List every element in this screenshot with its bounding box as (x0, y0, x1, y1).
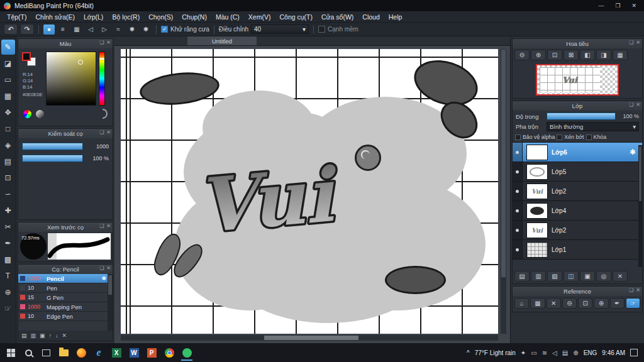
excel-button[interactable]: X (108, 344, 125, 361)
flip-horizontal-icon[interactable]: ◧ (580, 50, 595, 60)
brush-settings-gear-icon[interactable]: ✱ (101, 275, 106, 282)
action-center-icon[interactable] (630, 349, 638, 356)
brush-up-icon[interactable]: ↑ (49, 332, 52, 339)
clock[interactable]: 9:46 AM (602, 349, 625, 356)
flip-vertical-icon[interactable]: ◨ (596, 50, 611, 60)
hand-tool-icon[interactable]: ☞ (1, 301, 15, 316)
lasso-tool-icon[interactable]: ∽ (1, 187, 15, 202)
popout-icon[interactable]: ❏ (99, 129, 104, 135)
ref-checker-icon[interactable]: ▦ (530, 298, 545, 309)
foreground-color-swatch[interactable] (22, 52, 31, 61)
menu-edit[interactable]: Chỉnh sửa(E) (31, 13, 79, 21)
document-tab[interactable]: Untitled (187, 36, 257, 45)
new-layer-icon[interactable]: ▤ (514, 271, 530, 282)
layer-row[interactable]: Vui Lớp2 (513, 221, 642, 240)
hue-slider[interactable] (99, 52, 105, 106)
layer-visibility-toggle[interactable] (513, 221, 523, 239)
popout-icon[interactable]: ❏ (629, 102, 633, 107)
layer-row[interactable]: Lớp4 (513, 201, 642, 221)
firefox-button[interactable] (73, 344, 89, 361)
layer-row[interactable]: Vui Lớp2 (513, 182, 642, 201)
zoom-fit-icon[interactable]: ⊡ (547, 50, 562, 60)
brush-row-pencil[interactable]: 1000 Pencil ✱ (18, 274, 113, 283)
menu-tools[interactable]: Công cụ(T) (275, 13, 317, 21)
menu-window[interactable]: Cửa sổ(W) (317, 13, 358, 21)
undo-button[interactable]: ↶ (4, 24, 18, 35)
clipping-checkbox[interactable] (557, 134, 562, 140)
taper-end-icon[interactable]: ▷ (99, 25, 110, 35)
volume-icon[interactable]: ◁ (552, 349, 557, 356)
eraser-tool-icon[interactable]: ◪ (1, 56, 15, 71)
menu-capture[interactable]: Chụp(N) (177, 13, 211, 21)
close-icon[interactable]: ✕ (636, 287, 640, 293)
brush-down-icon[interactable]: ↓ (55, 332, 58, 339)
redo-button[interactable]: ↷ (20, 24, 34, 35)
eyedropper-tool-icon[interactable]: ✒ (1, 236, 15, 251)
adjust-dropdown[interactable]: 40 ▾ (251, 25, 309, 34)
layer-settings-gear-icon[interactable]: ✱ (630, 148, 636, 156)
tray-expand-caret[interactable]: ^ (467, 349, 470, 356)
minimize-button[interactable]: — (598, 3, 604, 9)
brush-list-scrollbar[interactable] (108, 274, 113, 331)
file-explorer-button[interactable] (55, 344, 72, 361)
popout-icon[interactable]: ❏ (99, 265, 104, 271)
popout-icon[interactable]: ❏ (99, 40, 104, 45)
close-icon[interactable]: ✕ (636, 102, 640, 107)
tone-tool-icon[interactable]: ▦ (1, 89, 15, 104)
maximize-button[interactable]: ❐ (615, 3, 620, 9)
brush-shape-icon[interactable]: ● (43, 25, 55, 35)
tone-grid-icon[interactable]: ▦ (71, 25, 82, 35)
close-icon[interactable]: ✕ (106, 265, 111, 271)
operation-tool-icon[interactable]: ✚ (1, 203, 15, 218)
zoom-tool-icon[interactable]: ⊕ (1, 285, 15, 300)
layer-row[interactable]: Lớp1 (513, 240, 642, 260)
menu-select[interactable]: Chọn(S) (144, 13, 177, 21)
color-wheel-icon[interactable] (23, 110, 31, 118)
antialias-checkbox[interactable]: ✓ (161, 26, 168, 33)
brush-row-mapping-pen[interactable]: 1000 Mapping Pen (18, 302, 113, 312)
close-icon[interactable]: ✕ (106, 129, 111, 135)
grid-tool-icon[interactable]: ▩ (1, 252, 15, 267)
brush-tool-icon[interactable]: ✎ (1, 40, 15, 55)
zoom-100-icon[interactable]: ⊠ (564, 50, 579, 60)
move-tool-icon[interactable]: ✥ (1, 105, 15, 120)
task-view-button[interactable] (38, 344, 54, 361)
menu-file[interactable]: Tệp(T) (3, 13, 31, 21)
pen-icon[interactable]: ✦ (521, 349, 526, 356)
network-icon[interactable]: ≋ (542, 349, 547, 356)
divide-tool-icon[interactable]: ✂ (1, 219, 15, 234)
menu-view[interactable]: Xem(V) (244, 13, 275, 21)
new-folder-icon[interactable]: ▣ (580, 271, 595, 282)
ref-hand-icon[interactable]: ☞ (626, 298, 640, 309)
close-icon[interactable]: ✕ (106, 223, 111, 229)
layer-visibility-toggle[interactable] (513, 143, 523, 162)
ref-eyedropper-icon[interactable]: ✒ (610, 298, 625, 309)
language-indicator[interactable]: ENG (584, 349, 597, 356)
brush-row-pen[interactable]: 10 Pen (18, 283, 113, 293)
ref-zoom-out-icon[interactable]: ⊖ (562, 298, 577, 309)
navigator-view-rect[interactable]: Vui (536, 64, 619, 96)
start-button[interactable] (3, 344, 19, 361)
layer-row[interactable]: Lớp6 ✱ (513, 143, 642, 162)
battery-icon[interactable]: ▭ (531, 349, 536, 356)
ref-clear-icon[interactable]: ✕ (547, 298, 561, 309)
layer-camera-icon[interactable]: ◎ (596, 271, 611, 282)
menu-layer[interactable]: Lớp(L) (79, 13, 108, 21)
marquee-tool-icon[interactable]: □ (1, 121, 15, 136)
brush-row-edge-pen[interactable]: 10 Edge Pen (18, 312, 113, 321)
popout-icon[interactable]: ❏ (629, 40, 633, 45)
lock-checkbox[interactable] (586, 134, 592, 140)
grayscale-icon[interactable] (36, 110, 44, 118)
layer-opacity-slider[interactable] (547, 112, 616, 120)
text-tool-icon[interactable]: T (1, 268, 15, 283)
protect-alpha-checkbox[interactable] (515, 134, 521, 140)
edge-button[interactable]: e (91, 344, 107, 361)
ref-zoom-in-icon[interactable]: ⊕ (594, 298, 608, 309)
drawing-canvas[interactable]: Vui (121, 49, 498, 334)
gradient-tool-icon[interactable]: ▤ (1, 154, 15, 169)
brush-row-gpen[interactable]: 15 G Pen (18, 293, 113, 302)
rectangle-tool-icon[interactable]: ▭ (1, 72, 15, 87)
menu-help[interactable]: Help (384, 13, 407, 21)
duplicate-brush-icon[interactable]: ▥ (31, 332, 36, 339)
ref-fit-icon[interactable]: ⊡ (578, 298, 592, 309)
